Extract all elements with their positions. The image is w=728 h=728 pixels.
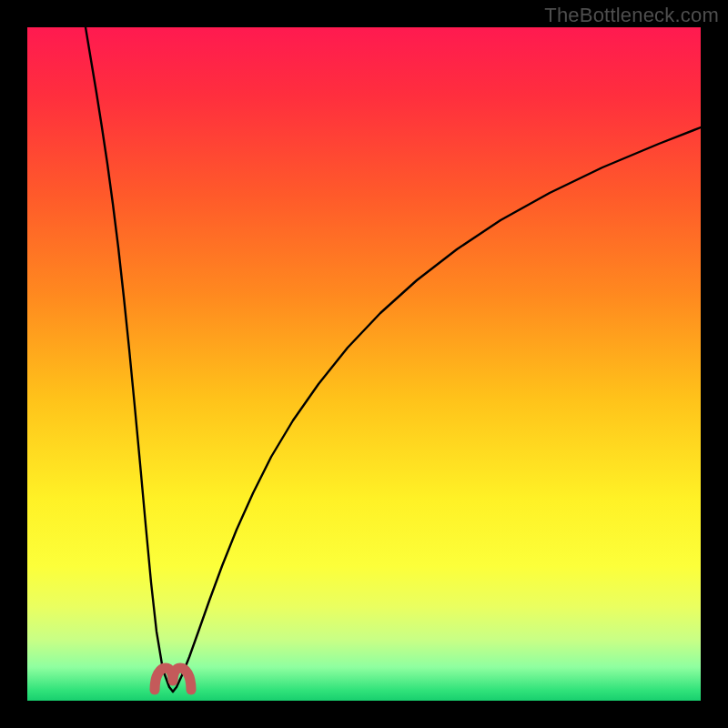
outer-frame: TheBottleneck.com xyxy=(0,0,728,728)
watermark-text: TheBottleneck.com xyxy=(544,4,719,27)
plot-area xyxy=(27,27,701,701)
curve-layer xyxy=(27,27,701,701)
curve-right-branch xyxy=(173,127,701,692)
minimum-marker xyxy=(155,668,191,690)
curve-left-branch xyxy=(86,27,173,692)
